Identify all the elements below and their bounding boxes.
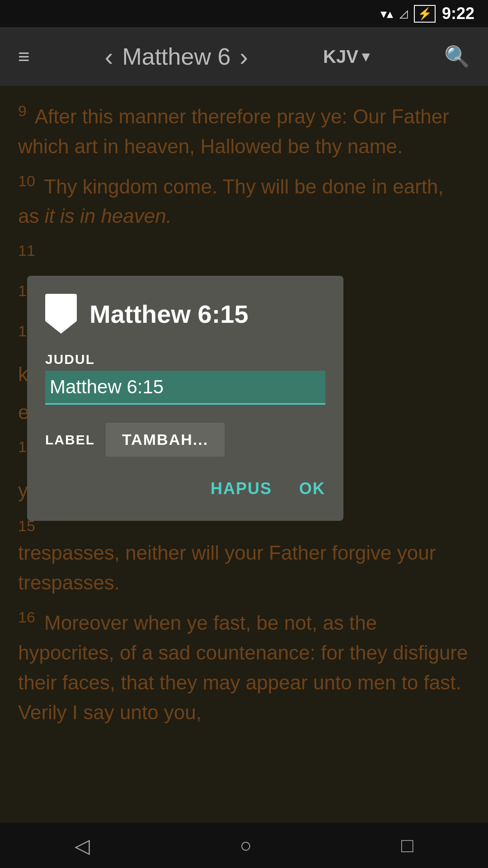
bookmark-icon: [45, 294, 77, 334]
status-bar: ▾▴ ◿ ⚡ 9:22: [0, 0, 488, 27]
bottom-bar: ◁ ○ □: [0, 823, 488, 868]
version-dropdown-icon: ▾: [362, 48, 369, 65]
wifi-icon: ▾▴: [380, 6, 393, 21]
back-chapter-icon[interactable]: ‹: [105, 42, 113, 71]
home-nav-icon[interactable]: ○: [239, 834, 252, 857]
title-input-wrapper: [45, 371, 325, 405]
dialog-actions: HAPUS OK: [45, 479, 325, 498]
menu-icon[interactable]: ≡: [18, 45, 30, 68]
version-label: KJV: [323, 47, 358, 67]
forward-chapter-icon[interactable]: ›: [239, 42, 248, 71]
signal-icon: ◿: [399, 7, 408, 20]
ok-button[interactable]: OK: [299, 479, 325, 498]
label-section-title: LABEL: [45, 432, 95, 448]
chapter-title: Matthew 6: [122, 43, 230, 70]
search-icon[interactable]: 🔍: [444, 44, 470, 69]
status-time: 9:22: [442, 4, 474, 23]
nav-center: ‹ Matthew 6 ›: [105, 42, 248, 71]
status-icons: ▾▴ ◿ ⚡ 9:22: [380, 4, 474, 23]
recent-apps-icon[interactable]: □: [401, 834, 413, 857]
hapus-button[interactable]: HAPUS: [211, 479, 272, 498]
version-selector[interactable]: KJV ▾: [323, 47, 369, 67]
back-nav-icon[interactable]: ◁: [75, 834, 90, 857]
label-section: LABEL TAMBAH...: [45, 423, 325, 457]
tambah-button[interactable]: TAMBAH...: [106, 423, 225, 457]
bible-content: 9 After this manner therefore pray ye: O…: [0, 86, 488, 823]
battery-icon: ⚡: [414, 5, 436, 23]
judul-label: JUDUL: [45, 352, 325, 367]
bookmark-dialog: Matthew 6:15 JUDUL LABEL TAMBAH... HAPUS…: [27, 276, 343, 521]
dialog-title: Matthew 6:15: [89, 299, 249, 329]
title-input[interactable]: [45, 371, 325, 405]
nav-bar: ≡ ‹ Matthew 6 › KJV ▾ 🔍: [0, 27, 488, 86]
dialog-header: Matthew 6:15: [45, 294, 325, 334]
